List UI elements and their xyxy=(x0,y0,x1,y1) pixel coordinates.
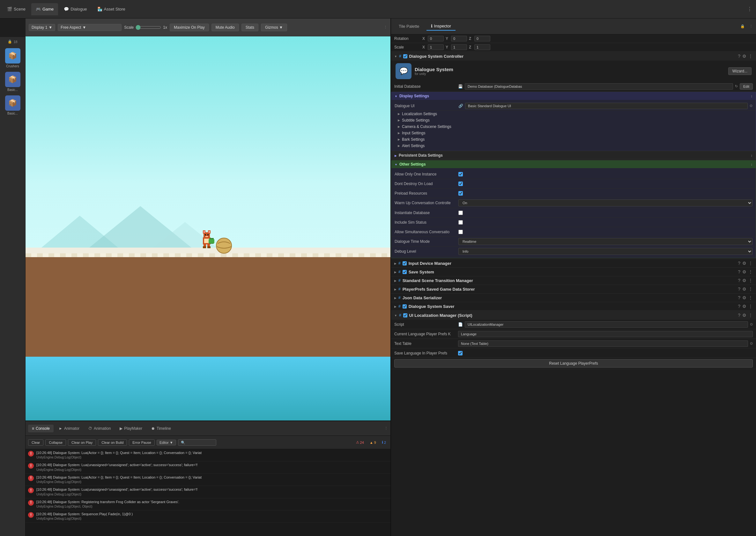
stats-button[interactable]: Stats xyxy=(242,24,258,31)
toolbar-overflow[interactable]: ⋮ xyxy=(384,25,387,29)
clear-button[interactable]: Clear xyxy=(28,439,43,446)
wizard-button[interactable]: Wizard... xyxy=(728,67,751,75)
clear-on-build-button[interactable]: Clear on Build xyxy=(98,439,127,446)
alert-settings-item[interactable]: Alert Settings xyxy=(391,143,756,149)
debug-level-dropdown[interactable]: Info Warning Error xyxy=(458,248,752,255)
rotation-y-input[interactable] xyxy=(451,36,467,42)
ss-help[interactable]: ? xyxy=(738,269,740,274)
dsc-enabled-checkbox[interactable] xyxy=(403,54,407,58)
rotation-z-input[interactable] xyxy=(474,36,490,42)
uilm-help[interactable]: ? xyxy=(738,313,740,318)
idm-help[interactable]: ? xyxy=(738,261,740,266)
allow-one-checkbox[interactable] xyxy=(458,172,463,177)
ss-more[interactable]: ⋮ xyxy=(748,269,753,274)
collapse-button[interactable]: Collapse xyxy=(45,439,66,446)
current-lang-input[interactable] xyxy=(458,331,753,337)
clear-on-play-button[interactable]: Clear on Play xyxy=(68,439,96,446)
text-table-input[interactable] xyxy=(458,340,748,347)
inspector-overflow[interactable]: ⋮ xyxy=(749,24,753,28)
dsc-more-icon[interactable]: ⋮ xyxy=(748,53,753,59)
reset-language-button[interactable]: Reset Language PlayerPrefs xyxy=(394,359,753,368)
console-msg-3[interactable]: ! [10:26:48] Dialogue System: Lua(Actor … xyxy=(25,474,390,486)
ppsgds-help[interactable]: ? xyxy=(738,286,740,292)
dialogue-ui-input[interactable] xyxy=(465,103,748,109)
preload-checkbox[interactable] xyxy=(458,191,463,196)
tab-playmaker[interactable]: ▶ PlayMaker xyxy=(116,425,146,432)
save-lang-checkbox[interactable] xyxy=(458,351,463,355)
console-msg-1[interactable]: ! [10:26:48] Dialogue System: Lua(Actor … xyxy=(25,449,390,461)
jds-help[interactable]: ? xyxy=(738,295,740,300)
tab-dialogue[interactable]: 💬 Dialogue xyxy=(59,3,91,15)
console-overflow-menu[interactable]: ⋮ xyxy=(384,426,388,430)
tab-game[interactable]: 🎮 Game xyxy=(31,3,58,15)
warm-up-dropdown[interactable]: On Off xyxy=(458,199,752,206)
error-pause-button[interactable]: Error Pause xyxy=(129,439,155,446)
mute-audio-button[interactable]: Mute Audio xyxy=(212,24,239,31)
idm-more[interactable]: ⋮ xyxy=(748,261,753,266)
sstm-help[interactable]: ? xyxy=(738,278,740,283)
display-settings-header[interactable]: Display Settings ↕ xyxy=(391,92,756,100)
bark-settings-item[interactable]: Bark Settings xyxy=(391,136,756,143)
uilm-settings[interactable]: ⚙ xyxy=(742,313,746,318)
persistent-data-header[interactable]: Persistent Data Settings ↕ xyxy=(391,151,756,159)
uilm-checkbox[interactable] xyxy=(403,313,407,318)
dont-destroy-checkbox[interactable] xyxy=(458,182,463,186)
dsc-settings-icon[interactable]: ⚙ xyxy=(742,53,746,59)
sidebar-item-basic2[interactable]: 📦 Basic... xyxy=(3,94,23,117)
instantiate-db-checkbox[interactable] xyxy=(458,211,463,215)
jds-settings[interactable]: ⚙ xyxy=(742,295,746,300)
console-msg-2[interactable]: ! [10:26:48] Dialogue System: Lua(unassi… xyxy=(25,461,390,474)
input-settings-item[interactable]: Input Settings xyxy=(391,130,756,136)
dialogue-time-dropdown[interactable]: Realtime GameTime xyxy=(458,238,752,245)
other-settings-header[interactable]: Other Settings ↕ xyxy=(391,160,756,168)
tab-overflow-menu[interactable]: ⋮ xyxy=(747,6,753,13)
dss-help[interactable]: ? xyxy=(738,304,740,309)
ppsgds-more[interactable]: ⋮ xyxy=(748,286,753,292)
tab-inspector[interactable]: ℹ Inspector xyxy=(426,22,455,31)
sstm-more[interactable]: ⋮ xyxy=(748,278,753,283)
console-msg-6[interactable]: ! [10:26:48] Dialogue System: Sequencer.… xyxy=(25,511,390,522)
dss-more[interactable]: ⋮ xyxy=(748,304,753,309)
jds-more[interactable]: ⋮ xyxy=(748,295,753,300)
aspect-select[interactable]: Free Aspect ▼ xyxy=(58,24,121,31)
scale-z-input[interactable] xyxy=(474,44,490,50)
scale-y-input[interactable] xyxy=(451,44,467,50)
console-msg-4[interactable]: ! [10:26:48] Dialogue System: Lua(unassi… xyxy=(25,486,390,498)
ss-settings[interactable]: ⚙ xyxy=(742,269,746,274)
console-search-input[interactable] xyxy=(178,439,216,446)
db-refresh-icon[interactable]: ↻ xyxy=(735,84,738,88)
uilm-header[interactable]: # UI Localization Manager (Script) ? ⚙ ⋮ xyxy=(391,311,756,320)
idm-settings[interactable]: ⚙ xyxy=(742,261,746,266)
gizmos-button[interactable]: Gizmos ▼ xyxy=(261,24,287,31)
allow-simul-checkbox[interactable] xyxy=(458,230,463,234)
dss-settings[interactable]: ⚙ xyxy=(742,304,746,309)
subtitle-settings-item[interactable]: Subtitle Settings xyxy=(391,117,756,123)
display-settings-arrow[interactable]: ↕ xyxy=(751,94,753,98)
dsc-help-icon[interactable]: ? xyxy=(738,53,740,59)
dsc-component-header[interactable]: # Dialogue System Controller ? ⚙ ⋮ xyxy=(391,52,756,61)
script-input[interactable] xyxy=(465,321,748,328)
uilm-more[interactable]: ⋮ xyxy=(748,313,753,318)
dss-checkbox[interactable] xyxy=(403,304,407,309)
scale-x-input[interactable] xyxy=(428,44,444,50)
tab-console[interactable]: ≡ Console xyxy=(28,425,53,432)
edit-button[interactable]: Edit xyxy=(740,83,753,90)
sstm-settings[interactable]: ⚙ xyxy=(742,278,746,283)
other-arrow[interactable]: ↕ xyxy=(751,162,753,166)
console-msg-5[interactable]: ! [10:26:48] Dialogue System: Registerin… xyxy=(25,498,390,511)
camera-settings-item[interactable]: Camera & Cutscene Settings xyxy=(391,123,756,130)
sidebar-item-basic1[interactable]: 📦 Basic... xyxy=(3,71,23,93)
sidebar-item-crushers[interactable]: 📦 Crushers xyxy=(3,47,23,69)
inspector-lock-icon[interactable]: 🔒 xyxy=(740,24,745,28)
tab-scene[interactable]: 🎬 Scene xyxy=(3,3,30,15)
maximize-on-play-button[interactable]: Maximize On Play xyxy=(170,24,209,31)
console-messages[interactable]: ! [10:26:48] Dialogue System: Lua(Actor … xyxy=(25,449,390,536)
persist-arrow[interactable]: ↕ xyxy=(751,153,753,157)
tab-tile-palette[interactable]: Tile Palette xyxy=(394,22,424,30)
scale-slider[interactable] xyxy=(136,25,161,30)
ss-checkbox[interactable] xyxy=(403,270,407,274)
initial-db-input[interactable] xyxy=(465,83,733,90)
idm-checkbox[interactable] xyxy=(403,261,407,265)
rotation-x-input[interactable] xyxy=(428,36,444,42)
tab-asset-store[interactable]: 🏪 Asset Store xyxy=(93,3,130,15)
